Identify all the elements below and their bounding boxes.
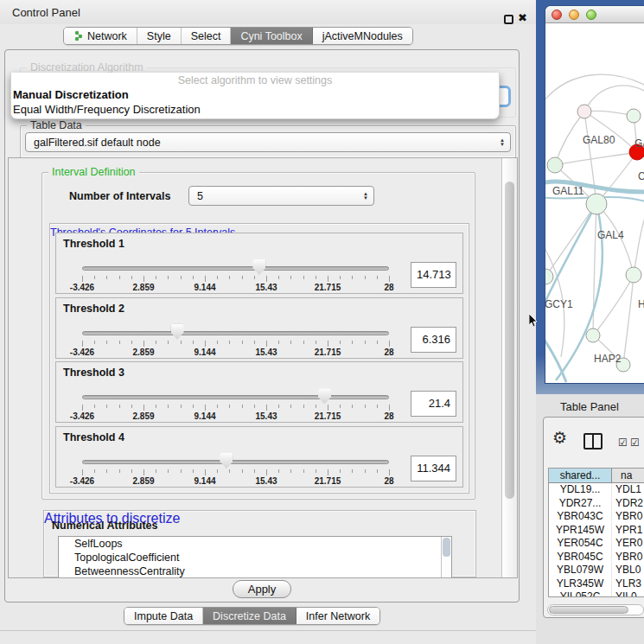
attribute-list-item[interactable]: SelfLoops [59, 537, 451, 551]
slider-scale-label: 28 [369, 348, 409, 357]
tab-cyni-toolbox[interactable]: Cyni Toolbox [231, 28, 312, 44]
table-row[interactable]: YBL079WYBL0 [549, 564, 644, 577]
cell-name[interactable]: YER0 [612, 537, 644, 551]
network-node[interactable] [586, 194, 607, 214]
tab-impute-data[interactable]: Impute Data [124, 608, 203, 624]
network-edge[interactable] [584, 86, 644, 112]
attributes-list-scrollbar[interactable] [441, 537, 451, 578]
cell-shared-name[interactable]: YDL19... [549, 483, 612, 497]
network-edge[interactable] [623, 275, 634, 365]
network-edge[interactable] [545, 204, 596, 313]
network-graph: GAL80GACGAL11GAL4GCY1HHAP2 [545, 24, 644, 383]
cell-shared-name[interactable]: YLR345W [549, 577, 612, 591]
algorithm-option-equal-width[interactable]: Equal Width/Frequency Discretization [13, 103, 201, 116]
gear-icon[interactable]: ⚙ [552, 428, 567, 448]
threshold-value-field[interactable]: 6.316 [411, 327, 456, 353]
network-node[interactable] [577, 105, 591, 118]
zoom-traffic-light-icon[interactable] [586, 10, 596, 20]
slider-thumb[interactable] [220, 453, 233, 469]
algorithm-option-manual[interactable]: Manual Discretization [13, 88, 129, 101]
cell-shared-name[interactable]: YPR145W [549, 524, 612, 538]
network-edge[interactable] [555, 112, 584, 165]
slider-track[interactable] [82, 395, 389, 399]
network-node[interactable] [626, 267, 641, 283]
checkbox-icon[interactable]: ☑ [630, 437, 640, 449]
attribute-list-item[interactable]: BetweennessCentrality [59, 564, 451, 578]
attribute-list-item[interactable]: TopologicalCoefficient [59, 551, 451, 564]
cell-name[interactable]: YBR0 [612, 551, 644, 564]
tab-label: Impute Data [134, 610, 193, 622]
tab-select[interactable]: Select [182, 28, 232, 44]
network-node[interactable] [586, 328, 600, 342]
network-edge[interactable] [593, 204, 596, 335]
column-header-name[interactable]: na [612, 469, 644, 482]
network-edge[interactable] [555, 152, 637, 165]
table-row[interactable]: YPR145WYPR1 [549, 524, 644, 538]
apply-button[interactable]: Apply [233, 580, 291, 598]
cell-name[interactable]: YDR2 [612, 497, 644, 511]
slider-thumb[interactable] [252, 259, 265, 275]
slider-track[interactable] [82, 460, 389, 464]
network-edge[interactable] [634, 195, 644, 275]
numerical-attributes-list[interactable]: SelfLoopsTopologicalCoefficientBetweenne… [58, 536, 452, 578]
cell-name[interactable]: YBL0 [612, 564, 644, 577]
attributes-scrollbar-thumb[interactable] [443, 538, 450, 557]
checkbox-icon[interactable]: ☑ [618, 437, 628, 449]
cell-shared-name[interactable]: YIL052C [549, 590, 612, 597]
table-row[interactable]: YER054CYER0 [549, 537, 644, 551]
cell-name[interactable]: YLR3 [612, 577, 644, 591]
threshold-value-field[interactable]: 14.713 [411, 262, 456, 288]
tab-style[interactable]: Style [137, 28, 182, 44]
cell-shared-name[interactable]: YBR043C [549, 510, 612, 524]
threshold-value-field[interactable]: 11.344 [411, 456, 456, 481]
cell-name[interactable]: YIL0 [612, 590, 644, 597]
tab-network[interactable]: Network [64, 28, 137, 44]
number-of-intervals-combo[interactable]: 5 ▲▼ [188, 186, 374, 206]
network-edge[interactable] [584, 112, 596, 204]
tab-jactivemnodules[interactable]: jActiveMNodules [313, 28, 412, 44]
table-hscrollbar-thumb[interactable] [549, 606, 628, 614]
network-node[interactable] [547, 157, 563, 173]
network-edge[interactable] [584, 111, 634, 116]
cell-name[interactable]: YPR1 [612, 524, 644, 538]
slider-tick [131, 341, 132, 344]
cell-name[interactable]: YBR0 [612, 510, 644, 524]
table-horizontal-scrollbar[interactable] [547, 604, 644, 615]
node-label: H [638, 298, 644, 310]
table-row[interactable]: YLR345WYLR3 [549, 577, 644, 591]
network-edge[interactable] [545, 74, 644, 105]
cell-shared-name[interactable]: YBR045C [549, 551, 612, 564]
algorithm-placeholder-option[interactable]: Select algorithm to view settings [11, 74, 499, 86]
tab-discretize-data[interactable]: Discretize Data [203, 608, 296, 624]
tab-infer-network[interactable]: Infer Network [296, 608, 379, 624]
table-row[interactable]: YBR045CYBR0 [549, 551, 644, 564]
cell-name[interactable]: YDL1 [612, 483, 644, 497]
network-canvas[interactable]: GAL80GACGAL11GAL4GCY1HHAP2 [545, 24, 644, 383]
slider-thumb[interactable] [171, 324, 184, 340]
table-data-combo[interactable]: galFiltered.sif default node ▲▼ [25, 132, 511, 152]
cell-shared-name[interactable]: YDR27... [549, 497, 612, 511]
float-window-icon[interactable] [504, 15, 513, 24]
vertical-scrollbar-thumb[interactable] [505, 182, 514, 499]
network-node[interactable] [627, 109, 641, 123]
network-window-titlebar[interactable] [545, 6, 644, 23]
close-icon[interactable]: ✖ [518, 11, 527, 24]
table-row[interactable]: YIL052CYIL0 [549, 590, 644, 597]
slider-tick [278, 341, 279, 344]
threshold-value-field[interactable]: 21.4 [411, 391, 456, 417]
column-header-shared-name[interactable]: shared... [549, 469, 612, 482]
table-row[interactable]: YDR27...YDR2 [549, 497, 644, 511]
close-traffic-light-icon[interactable] [552, 10, 562, 20]
minimize-traffic-light-icon[interactable] [569, 10, 579, 20]
column-layout-icon[interactable] [583, 433, 603, 450]
slider-track[interactable] [82, 266, 389, 271]
slider-track[interactable] [82, 331, 389, 335]
cell-shared-name[interactable]: YER054C [549, 537, 612, 551]
vertical-scrollbar[interactable] [501, 158, 517, 577]
network-view-window[interactable]: GAL80GACGAL11GAL4GCY1HHAP2 [545, 6, 644, 383]
table-row[interactable]: YBR043CYBR0 [549, 510, 644, 524]
cell-shared-name[interactable]: YBL079W [549, 564, 612, 577]
slider-thumb[interactable] [318, 388, 331, 404]
table-row[interactable]: YDL19...YDL1 [549, 483, 644, 497]
network-node[interactable] [545, 269, 553, 284]
